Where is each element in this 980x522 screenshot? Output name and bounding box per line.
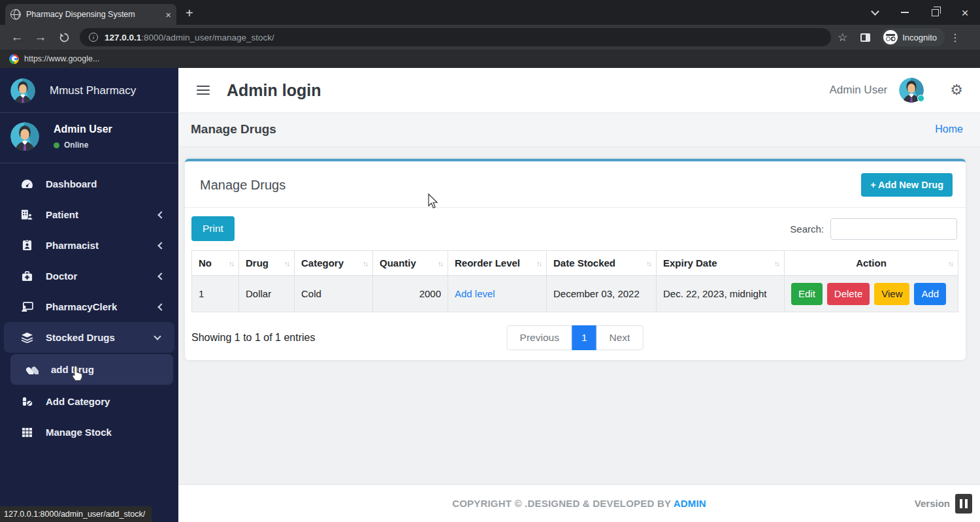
window-restore-button[interactable] (920, 0, 950, 25)
cell-quantity: 2000 (373, 276, 448, 312)
window-controls: × (860, 0, 980, 25)
breadcrumb-title: Manage Drugs (191, 122, 276, 137)
version-label: Version (915, 498, 950, 509)
avatar-status-icon (917, 95, 924, 102)
back-button[interactable]: ← (5, 30, 29, 44)
sort-icon[interactable]: ↑↓ (646, 259, 651, 267)
browser-toolbar: ← → i 127.0.0.1:8000/admin_user/manage_s… (0, 25, 980, 50)
capsule-tablet-icon (20, 397, 34, 407)
hamburger-menu-icon[interactable] (197, 86, 210, 95)
sidebar-item-doctor[interactable]: Doctor (0, 261, 178, 291)
print-button[interactable]: Print (191, 216, 235, 241)
col-date-stocked[interactable]: Date Stocked↑↓ (547, 251, 657, 276)
pause-icon[interactable] (955, 494, 972, 514)
page-title: Admin login (227, 81, 321, 100)
sort-icon[interactable]: ↑↓ (948, 259, 953, 267)
header-avatar[interactable] (899, 78, 924, 103)
entries-info: Showing 1 to 1 of 1 entries (191, 332, 315, 344)
browser-tab[interactable]: Pharmacy Dispensing System × (5, 4, 176, 25)
hospital-user-icon (20, 209, 34, 220)
chevron-left-icon (157, 242, 165, 249)
sidebar-item-pharmacist[interactable]: Pharmacist (0, 230, 178, 261)
chevron-left-icon (157, 211, 165, 218)
side-panel-icon[interactable] (860, 33, 870, 42)
bookmark-google[interactable]: https://www.google... (24, 54, 99, 63)
sort-icon[interactable]: ↑↓ (536, 259, 541, 267)
browser-chrome: Pharmacy Dispensing System × + × ← → i 1… (0, 0, 980, 68)
brand[interactable]: Mmust Pharmacy (0, 68, 178, 113)
grid-table-icon (20, 427, 34, 438)
chevron-left-icon (157, 272, 165, 280)
cell-drug: Dollar (239, 276, 295, 312)
sidebar-item-add-drug[interactable]: add Drug (10, 354, 173, 385)
home-link[interactable]: Home (935, 123, 963, 135)
online-status-icon (54, 142, 59, 148)
reload-button[interactable] (52, 32, 76, 43)
col-category[interactable]: Category↑↓ (295, 251, 373, 276)
bookmarks-bar: https://www.google... (0, 50, 980, 68)
forward-button[interactable]: → (29, 30, 52, 44)
sidebar-item-pharmacyclerk[interactable]: PharmacyClerk (0, 291, 178, 322)
sidebar-item-stocked-drugs[interactable]: Stocked Drugs (4, 322, 174, 353)
search-input[interactable] (830, 218, 957, 240)
layers-icon (20, 332, 34, 343)
sidebar-item-manage-stock[interactable]: Manage Stock (0, 417, 178, 448)
pills-icon (25, 365, 39, 374)
footer: COPYRIGHT © .DESIGNED & DEVELOPED BY ADM… (178, 484, 980, 522)
new-tab-button[interactable]: + (186, 6, 193, 21)
id-card-icon (20, 240, 34, 251)
breadcrumb: Manage Drugs Home (178, 112, 980, 147)
sidebar-nav: Dashboard Patient Pharmacist (0, 163, 178, 448)
sidebar-item-dashboard[interactable]: Dashboard (0, 169, 178, 199)
window-close-button[interactable]: × (950, 0, 980, 25)
bookmark-star-icon[interactable]: ☆ (838, 31, 847, 44)
col-action[interactable]: Action↑↓ (785, 251, 958, 276)
add-level-link[interactable]: Add level (455, 288, 495, 299)
delete-button[interactable]: Delete (827, 283, 870, 305)
sort-icon[interactable]: ↑↓ (229, 259, 233, 267)
admin-link[interactable]: ADMIN (674, 498, 706, 509)
sidebar-user-name[interactable]: Admin User (54, 123, 112, 135)
cell-expiry-date: Dec. 22, 2023, midnight (657, 276, 785, 312)
header-user-name[interactable]: Admin User (829, 84, 887, 97)
add-new-drug-button[interactable]: + Add New Drug (861, 173, 953, 197)
sort-icon[interactable]: ↑↓ (363, 259, 367, 267)
browser-menu-icon[interactable]: ⋮ (949, 31, 962, 44)
sort-icon[interactable]: ↑↓ (774, 259, 779, 267)
page-info-icon[interactable]: i (89, 33, 98, 42)
col-quantity[interactable]: Quantiy↑↓ (373, 251, 448, 276)
edit-button[interactable]: Edit (791, 283, 823, 305)
search-label: Search: (790, 223, 824, 235)
next-page-button[interactable]: Next (596, 325, 644, 350)
col-drug[interactable]: Drug↑↓ (239, 251, 295, 276)
col-expiry-date[interactable]: Expiry Date↑↓ (657, 251, 785, 276)
incognito-badge: Incognito (881, 28, 945, 46)
tab-close-icon[interactable]: × (165, 10, 171, 20)
sort-icon[interactable]: ↑↓ (438, 259, 442, 267)
content-area: Manage Drugs + Add New Drug Print Search… (178, 147, 980, 484)
brand-logo-avatar (10, 78, 35, 103)
medkit-icon (20, 271, 34, 282)
table-row: 1 Dollar Cold 2000 Add level December 03… (192, 276, 958, 312)
user-avatar (10, 122, 39, 151)
col-no[interactable]: No↑↓ (192, 251, 239, 276)
col-reorder-level[interactable]: Reorder Level↑↓ (448, 251, 547, 276)
view-button[interactable]: View (874, 283, 909, 305)
window-chevron-down-icon[interactable] (860, 0, 890, 25)
previous-page-button[interactable]: Previous (507, 325, 572, 350)
top-header: Admin login Admin User ⚙ (178, 68, 980, 112)
drugs-table: No↑↓ Drug↑↓ Category↑↓ Quantiy↑↓ Reorder… (191, 250, 958, 312)
sort-icon[interactable]: ↑↓ (284, 259, 289, 267)
window-minimize-button[interactable] (890, 0, 920, 25)
add-button[interactable]: Add (914, 283, 946, 305)
page-1-button[interactable]: 1 (572, 325, 596, 350)
url-bar[interactable]: i 127.0.0.1:8000/admin_user/manage_stock… (80, 28, 831, 46)
sidebar-item-add-category[interactable]: Add Category (0, 386, 178, 417)
gear-icon[interactable]: ⚙ (950, 82, 963, 99)
sidebar: Mmust Pharmacy Admin User Online Dashboa… (0, 68, 178, 522)
url-text: 127.0.0.1:8000/admin_user/manage_stock/ (105, 33, 274, 42)
google-favicon-icon (9, 54, 19, 64)
sidebar-item-patient[interactable]: Patient (0, 199, 178, 230)
chevron-down-icon (154, 333, 161, 340)
tachometer-icon (20, 178, 34, 189)
